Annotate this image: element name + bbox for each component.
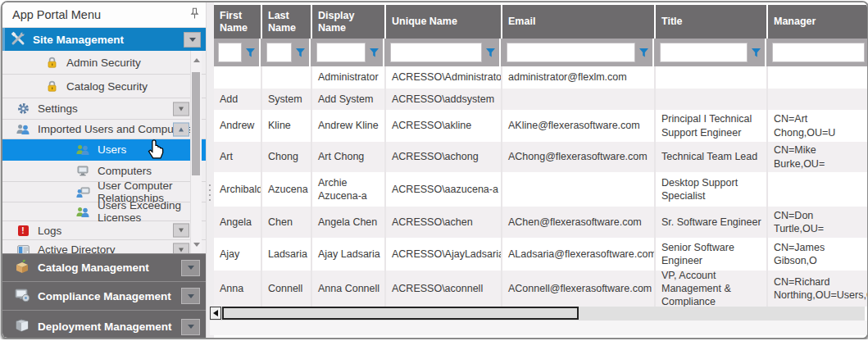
item-label: Computers	[98, 165, 152, 177]
sidebar-item-users[interactable]: Users	[2, 139, 206, 161]
cell-title: VP, Account Management & Compliance	[656, 271, 766, 307]
splitter-grip-icon	[209, 184, 211, 201]
sidebar-section-site-management[interactable]: Site Management	[2, 28, 206, 51]
filter-funnel-icon[interactable]	[749, 48, 762, 58]
chevron-down-icon[interactable]	[173, 224, 189, 238]
sidebar-item-users-exceeding-licenses[interactable]: Users Exceeding Licenses	[2, 202, 206, 221]
table-row[interactable]: Art Chong Art Chong ACRESSO\achong AChon…	[214, 142, 867, 172]
filter-input-title[interactable]	[660, 43, 748, 62]
sidebar-item-active-directory[interactable]: Active Directory	[2, 240, 206, 253]
chevron-down-icon[interactable]	[173, 102, 189, 116]
table-row[interactable]: Add System Add System ACRESSO\addsystem	[214, 89, 867, 110]
column-header-display-name[interactable]: Display Name	[312, 5, 384, 39]
users-icon	[75, 144, 91, 155]
filter-input-last-name[interactable]	[266, 43, 292, 62]
cell-unique-name: ACRESSO\Administrator	[386, 66, 501, 89]
pin-icon[interactable]	[190, 7, 199, 22]
user-computer-icon	[75, 187, 91, 198]
cell-title	[656, 89, 766, 110]
table-row[interactable]: Administrator ACRESSO\Administrator admi…	[214, 66, 867, 89]
table-row[interactable]: Angela Chen Angela Chen ACRESSO\achen AC…	[214, 207, 867, 238]
computer-icon	[75, 166, 91, 176]
cell-title: Senior Software Engineer	[656, 238, 766, 271]
filter-input-unique-name[interactable]	[390, 43, 482, 62]
scrollbar-thumb[interactable]	[222, 307, 579, 320]
chevron-up-icon[interactable]	[173, 122, 189, 136]
sidebar-items: Admin Security Catalog Security Settings…	[2, 51, 206, 253]
scroll-left-icon[interactable]	[210, 307, 221, 320]
cell-display-name: Angela Chen	[312, 207, 384, 238]
sidebar-section-compliance-management[interactable]: Compliance Management	[2, 281, 206, 310]
table-row[interactable]: Andrew Kline Andrew Kline ACRESSO\akline…	[214, 110, 867, 142]
sidebar-item-settings[interactable]: Settings	[2, 98, 206, 120]
cell-display-name: Ajay Ladsaria	[312, 238, 384, 271]
cell-last-name: Ladsaria	[262, 238, 311, 271]
sidebar: App Portal Menu Site Management Admin Se…	[2, 2, 206, 338]
cell-last-name: Chen	[262, 207, 311, 238]
item-label: Users	[98, 143, 126, 156]
horizontal-scrollbar[interactable]	[210, 307, 865, 321]
sidebar-item-imported-users-and-computers[interactable]: Imported Users and Computers	[2, 120, 206, 139]
sidebar-scrollbar[interactable]	[190, 51, 202, 253]
chevron-down-icon[interactable]	[184, 32, 201, 48]
column-header-manager[interactable]: Manager	[768, 5, 867, 39]
filter-cell	[214, 39, 261, 66]
column-header-email[interactable]: Email	[502, 5, 654, 39]
column-header-last-name[interactable]: Last Name	[262, 5, 311, 39]
column-header-unique-name[interactable]: Unique Name	[386, 5, 501, 39]
cell-unique-name: ACRESSO\aconnell	[386, 271, 501, 307]
cell-display-name: Add System	[312, 89, 384, 110]
scroll-up-icon[interactable]	[191, 54, 202, 66]
users-computers-icon	[15, 124, 31, 134]
filter-funnel-icon[interactable]	[293, 48, 307, 58]
scrollbar-thumb[interactable]	[192, 72, 200, 175]
item-label: Admin Security	[66, 57, 141, 69]
chevron-down-icon[interactable]	[181, 288, 200, 304]
cell-email: AConnell@flexerasoftware.com	[502, 271, 654, 307]
cell-first-name: Archibald	[214, 172, 261, 207]
item-label: Active Directory	[38, 243, 116, 253]
filter-cell	[262, 39, 311, 66]
cell-email: AKline@flexerasoftware.com	[502, 110, 654, 142]
lock-icon	[43, 57, 60, 68]
table-row[interactable]: Ajay Ladsaria Ajay Ladsaria ACRESSO\Ajay…	[214, 238, 867, 271]
chevron-down-icon[interactable]	[181, 319, 200, 335]
filter-input-first-name[interactable]	[218, 43, 242, 62]
cell-manager: CN=Richard Northing,OU=Users,O	[768, 271, 867, 307]
filter-input-email[interactable]	[507, 43, 635, 62]
package-box-icon	[14, 259, 30, 277]
filter-funnel-icon[interactable]	[637, 48, 650, 58]
sidebar-item-catalog-security[interactable]: Catalog Security	[2, 75, 206, 98]
cell-unique-name: ACRESSO\achong	[386, 142, 501, 172]
sidebar-item-admin-security[interactable]: Admin Security	[2, 51, 206, 75]
table-row[interactable]: Anna Connell Anna Connell ACRESSO\aconne…	[214, 271, 867, 307]
cell-display-name: Archie Azucena-a	[312, 172, 384, 207]
cell-last-name: Kline	[262, 110, 311, 142]
chevron-down-icon[interactable]	[181, 260, 200, 276]
sidebar-item-logs[interactable]: ! Logs	[2, 221, 206, 240]
column-header-title[interactable]: Title	[656, 5, 766, 39]
cell-display-name: Administrator	[312, 66, 384, 89]
cell-manager: CN=Art Chong,OU=U	[768, 110, 867, 142]
column-header-first-name[interactable]: First Name	[214, 5, 261, 39]
filter-input-display-name[interactable]	[316, 43, 366, 62]
cell-first-name: Angela	[214, 207, 261, 238]
filter-input-manager[interactable]	[772, 43, 865, 62]
cell-manager: CN=Mike Burke,OU=	[768, 142, 867, 172]
cell-manager	[768, 89, 867, 110]
scroll-down-icon[interactable]	[191, 239, 202, 250]
cell-first-name: Ajay	[214, 238, 261, 271]
sidebar-section-deployment-management[interactable]: Deployment Management	[2, 310, 206, 339]
filter-funnel-icon[interactable]	[367, 48, 380, 58]
filter-funnel-icon[interactable]	[484, 48, 497, 58]
sidebar-section-catalog-management[interactable]: Catalog Management	[2, 253, 206, 281]
section-label: Deployment Management	[38, 321, 172, 333]
sidebar-title: App Portal Menu	[12, 8, 190, 21]
cell-unique-name: ACRESSO\achen	[386, 207, 501, 238]
chevron-down-icon[interactable]	[173, 243, 189, 253]
filter-funnel-icon[interactable]	[243, 48, 257, 58]
tools-icon	[11, 31, 25, 48]
table-row[interactable]: Archibald Azucena Archie Azucena-a ACRES…	[214, 172, 867, 207]
users-icon	[75, 207, 91, 217]
cell-unique-name: ACRESSO\addsystem	[386, 89, 501, 110]
